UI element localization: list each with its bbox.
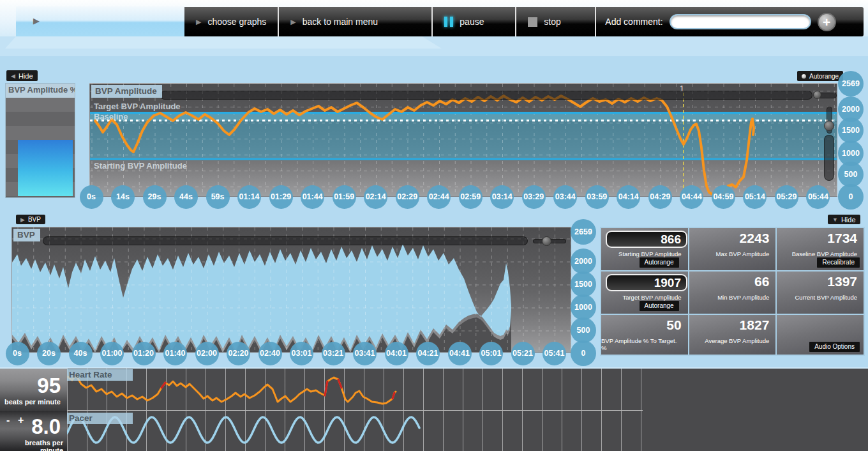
- gauge-body: [6, 98, 75, 197]
- gauge-title: BVP Amplitude % To Target: [6, 84, 75, 98]
- middle-time-axis-label: 02:20: [227, 342, 250, 365]
- hide-upper-button[interactable]: ◀ Hide: [6, 70, 38, 81]
- stat-cell-baseline-bvp-amplitude: 1734Baseline BVP AmplitudeRecalibrate: [777, 228, 864, 270]
- stat-label: Baseline BVP Amplitude: [792, 250, 857, 257]
- upper-time-axis-label: 02:29: [396, 185, 419, 209]
- stat-value: 1827: [740, 317, 770, 333]
- hide-label: Hide: [841, 216, 856, 224]
- stat-value: 2243: [740, 231, 770, 246]
- choose-graphs-label: choose graphs: [207, 17, 266, 27]
- session-tab[interactable]: ▶: [16, 6, 184, 36]
- autorange-button[interactable]: Autorange: [640, 301, 679, 311]
- upper-value-axis-label: 0: [838, 184, 864, 210]
- heart-rate-title: Heart Rate: [67, 369, 133, 381]
- middle-time-axis-label: 05:21: [511, 342, 535, 365]
- autorange-label: Autorange: [809, 73, 839, 80]
- stat-cell-target-bvp-amplitude: 1907Target BVP AmplitudeAutorange: [601, 271, 688, 314]
- stat-cell-average-bvp-amplitude: 1827Average BVP Amplitude: [689, 315, 776, 355]
- upper-time-axis-label: 04:29: [648, 185, 672, 209]
- radio-dot-icon: [802, 74, 806, 79]
- graph-title: BVP: [13, 229, 40, 241]
- audio-options-button[interactable]: Audio Options: [809, 342, 860, 352]
- autorange-upper-button[interactable]: Autorange: [797, 71, 843, 81]
- recalibrate-button[interactable]: Recalibrate: [817, 257, 860, 268]
- stat-cell-audio: Audio Options: [777, 315, 864, 355]
- upper-time-axis-label: 01:29: [269, 185, 293, 209]
- upper-time-axis-label: 04:59: [712, 185, 735, 209]
- bvp-raw-graph[interactable]: BVP: [11, 227, 571, 353]
- middle-value-axis-label: 500: [571, 317, 596, 343]
- bvp-toggle-button[interactable]: ▶ BVP: [16, 215, 45, 224]
- upper-time-axis-label: 29s: [143, 185, 167, 209]
- pacer-graph[interactable]: Pacer: [67, 411, 643, 451]
- time-scroll-slider[interactable]: [43, 236, 528, 245]
- zoom-mini-knob[interactable]: [813, 91, 821, 99]
- upper-time-axis-label: 02:44: [427, 185, 451, 209]
- pacer-increase-button[interactable]: +: [18, 416, 24, 425]
- comment-zone: Add comment: +: [595, 7, 864, 36]
- pacer-title: Pacer: [67, 413, 133, 424]
- pacer-unit: breaths per minute: [0, 439, 63, 451]
- middle-time-axis-label: 01:20: [132, 342, 156, 365]
- stop-label: stop: [544, 17, 560, 27]
- upper-time-axis-label: 05:14: [743, 185, 767, 209]
- stat-value: 1397: [827, 274, 857, 289]
- arrow-right-icon: ▶: [20, 217, 25, 223]
- bvp-raw-plot: [12, 227, 571, 353]
- add-comment-button[interactable]: +: [818, 13, 836, 31]
- vertical-scroll-thumb[interactable]: [824, 135, 834, 181]
- back-to-main-menu-button[interactable]: ▶ back to main menu: [278, 7, 431, 36]
- middle-time-axis-label: 02:40: [258, 342, 282, 365]
- stop-button[interactable]: stop: [515, 7, 595, 36]
- zoom-mini-knob[interactable]: [542, 236, 551, 246]
- hide-middle-button[interactable]: ▼ Hide: [828, 215, 860, 224]
- middle-value-axis-label: 2659: [571, 219, 596, 245]
- middle-time-axis-label: 0s: [6, 342, 29, 365]
- add-comment-label: Add comment:: [605, 17, 662, 27]
- time-scroll-slider[interactable]: [160, 91, 812, 100]
- comment-input[interactable]: [670, 14, 811, 29]
- stat-label: Average BVP Amplitude: [705, 337, 769, 344]
- stat-cell-min-bvp-amplitude: 66Min BVP Amplitude: [689, 271, 776, 314]
- pacer-decrease-button[interactable]: -: [6, 416, 10, 425]
- upper-time-axis-label: 0s: [80, 185, 103, 209]
- upper-time-axis-label: 03:44: [553, 185, 577, 209]
- heart-rate-value-box: 95 beats per minute: [0, 369, 67, 411]
- stat-input[interactable]: 866: [606, 231, 687, 248]
- baseline-line-label: Baseline: [94, 112, 128, 121]
- upper-time-axis-label: 44s: [174, 185, 198, 209]
- upper-time-axis-label: 05:44: [806, 185, 830, 209]
- pacer-value-box: - + 8.0 breaths per minute: [0, 411, 67, 451]
- bvp-amplitude-plot: 1: [90, 84, 837, 197]
- upper-time-axis-label: 04:14: [617, 185, 640, 209]
- play-triangle-icon: ▶: [33, 16, 40, 26]
- middle-time-axis-label: 01:00: [100, 342, 124, 365]
- middle-time-axis-label: 05:41: [542, 342, 566, 365]
- arrow-down-icon: ▼: [832, 217, 838, 223]
- biofeedback-app: ▶ ▶ choose graphs ▶ back to main menu pa…: [0, 0, 868, 451]
- stat-input[interactable]: 1907: [606, 274, 687, 291]
- middle-time-axis-label: 04:01: [385, 342, 408, 365]
- middle-time-axis-label: 04:21: [416, 342, 440, 365]
- pacer-value: 8.0: [31, 415, 61, 439]
- pause-button[interactable]: pause: [431, 7, 515, 36]
- vertical-zoom-knob[interactable]: [824, 121, 834, 131]
- choose-graphs-button[interactable]: ▶ choose graphs: [184, 7, 278, 36]
- upper-time-axis-label: 02:14: [364, 185, 387, 209]
- autorange-button[interactable]: Autorange: [640, 257, 679, 268]
- heart-rate-plot: [67, 369, 643, 411]
- stat-value: 66: [754, 274, 769, 289]
- middle-time-axis-label: 20s: [37, 342, 61, 365]
- upper-time-axis-label: 01:44: [301, 185, 324, 209]
- middle-time-axis-label: 01:40: [163, 342, 187, 365]
- tab-tail-shape: [5, 36, 442, 49]
- stat-label: Target BVP Amplitude: [622, 294, 681, 301]
- heart-rate-graph[interactable]: Heart Rate: [67, 369, 643, 411]
- upper-time-axis-label: 14s: [111, 185, 135, 209]
- heart-rate-value: 95: [37, 374, 61, 398]
- bvp-amplitude-graph[interactable]: 1 BVP Amplitude Target BVP Amplitude Bas…: [89, 83, 837, 197]
- bvp-toggle-label: BVP: [28, 216, 41, 223]
- graph-title: BVP Amplitude: [91, 85, 162, 98]
- heart-rate-unit: beats per minute: [4, 398, 61, 406]
- pause-icon: [444, 17, 453, 27]
